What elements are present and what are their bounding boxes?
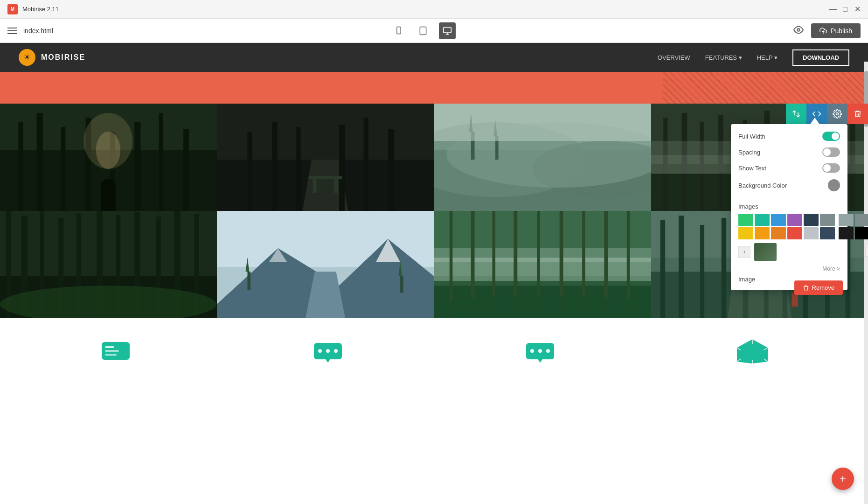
color-swatch[interactable] bbox=[755, 214, 770, 226]
svg-rect-30 bbox=[388, 129, 394, 211]
delete-button[interactable] bbox=[847, 104, 868, 124]
app-title: Mobirise 2.11 bbox=[22, 6, 59, 13]
color-swatch[interactable] bbox=[738, 214, 753, 226]
bg-color-row: Background Color bbox=[738, 179, 840, 191]
svg-point-19 bbox=[96, 132, 120, 169]
gallery-cell-1 bbox=[0, 104, 217, 211]
close-button[interactable]: ✕ bbox=[854, 6, 861, 13]
svg-rect-11 bbox=[37, 113, 43, 211]
publish-button[interactable]: Publish bbox=[811, 23, 861, 38]
color-swatch[interactable] bbox=[771, 214, 786, 226]
remove-label: Remove bbox=[812, 284, 834, 291]
color-swatch[interactable] bbox=[738, 227, 753, 239]
minimize-button[interactable]: — bbox=[830, 6, 836, 13]
spacing-toggle[interactable] bbox=[822, 147, 840, 157]
images-section-label: Images bbox=[738, 203, 840, 210]
color-preview-thumb bbox=[754, 243, 777, 261]
svg-rect-43 bbox=[434, 104, 651, 141]
remove-button[interactable]: Remove bbox=[794, 280, 843, 295]
show-text-row: Show Text bbox=[738, 163, 840, 173]
svg-rect-115 bbox=[105, 350, 119, 352]
svg-point-137 bbox=[836, 113, 839, 115]
nav-download-button[interactable]: DOWNLOAD bbox=[792, 49, 849, 66]
window-controls: — □ ✕ bbox=[830, 6, 861, 13]
svg-rect-2 bbox=[420, 27, 426, 35]
icon-block-3 bbox=[524, 339, 556, 363]
color-swatch[interactable] bbox=[839, 214, 854, 226]
svg-rect-25 bbox=[248, 132, 252, 211]
gallery-image-2 bbox=[217, 104, 434, 211]
mobile-view-button[interactable] bbox=[390, 22, 407, 39]
show-text-knob bbox=[823, 164, 831, 172]
gallery-cell-2 bbox=[217, 104, 434, 211]
full-width-toggle[interactable] bbox=[822, 132, 840, 141]
nav-features[interactable]: FEATURES ▾ bbox=[705, 54, 742, 61]
color-swatch[interactable] bbox=[804, 214, 819, 226]
app-logo: M bbox=[7, 4, 18, 14]
gallery-cell-7 bbox=[434, 211, 651, 318]
svg-point-125 bbox=[546, 349, 550, 353]
color-palette-2 bbox=[839, 214, 868, 239]
scrollbar-track[interactable] bbox=[864, 62, 868, 504]
maximize-button[interactable]: □ bbox=[842, 6, 848, 13]
tablet-view-button[interactable] bbox=[415, 22, 431, 39]
toolbar-right: Publish bbox=[793, 23, 861, 38]
menu-button[interactable] bbox=[7, 28, 17, 34]
spacing-row: Spacing bbox=[738, 147, 840, 157]
show-text-toggle[interactable] bbox=[822, 163, 840, 173]
color-swatch[interactable] bbox=[820, 227, 835, 239]
svg-rect-104 bbox=[721, 218, 726, 318]
svg-rect-26 bbox=[272, 122, 278, 211]
color-swatch[interactable] bbox=[755, 227, 770, 239]
panel-arrow bbox=[810, 118, 819, 124]
preview-button[interactable] bbox=[793, 25, 804, 37]
color-prev-button[interactable]: ‹ bbox=[738, 246, 750, 258]
more-colors-link[interactable]: More > bbox=[738, 266, 840, 272]
svg-point-120 bbox=[334, 349, 338, 353]
orange-stripe-pattern bbox=[663, 72, 868, 104]
file-name: index.html bbox=[23, 27, 53, 35]
color-hex-value[interactable]: #553982 bbox=[865, 244, 868, 257]
website-frame: MOBIRISE OVERVIEW FEATURES ▾ HELP ▾ DOWN… bbox=[0, 43, 868, 504]
svg-point-123 bbox=[530, 349, 534, 353]
gallery-image-1 bbox=[0, 104, 217, 211]
svg-rect-10 bbox=[18, 122, 23, 211]
divider-1 bbox=[738, 198, 840, 198]
toolbar-left: index.html bbox=[7, 27, 53, 35]
svg-rect-0 bbox=[397, 27, 401, 34]
svg-point-6 bbox=[797, 28, 800, 31]
rearrange-button[interactable] bbox=[786, 104, 806, 124]
svg-rect-114 bbox=[105, 346, 114, 348]
color-swatch[interactable] bbox=[804, 227, 819, 239]
color-swatch[interactable] bbox=[855, 214, 868, 226]
color-swatch[interactable] bbox=[855, 227, 868, 239]
spacing-knob bbox=[823, 148, 831, 156]
svg-rect-31 bbox=[309, 176, 342, 179]
nav-overview[interactable]: OVERVIEW bbox=[658, 54, 690, 61]
block-toolbar bbox=[786, 104, 868, 124]
add-section-button[interactable]: + bbox=[832, 468, 854, 490]
title-bar: M Mobirise 2.11 — □ ✕ bbox=[0, 0, 868, 19]
bg-color-swatch[interactable] bbox=[828, 179, 840, 191]
show-text-label: Show Text bbox=[738, 165, 766, 172]
color-swatch[interactable] bbox=[771, 227, 786, 239]
desktop-view-button[interactable] bbox=[439, 22, 456, 39]
svg-point-124 bbox=[538, 349, 542, 353]
svg-rect-12 bbox=[61, 127, 65, 211]
publish-label: Publish bbox=[831, 27, 852, 35]
svg-rect-102 bbox=[679, 216, 684, 318]
svg-marker-126 bbox=[538, 359, 542, 363]
svg-rect-16 bbox=[159, 113, 163, 211]
color-swatch[interactable] bbox=[839, 227, 854, 239]
nav-help[interactable]: HELP ▾ bbox=[757, 54, 778, 61]
settings-button[interactable] bbox=[827, 104, 847, 124]
svg-rect-32 bbox=[313, 179, 317, 193]
full-width-label: Full Width bbox=[738, 133, 765, 140]
svg-rect-27 bbox=[297, 127, 301, 211]
color-swatch[interactable] bbox=[820, 214, 835, 226]
site-nav: MOBIRISE OVERVIEW FEATURES ▾ HELP ▾ DOWN… bbox=[0, 43, 868, 72]
color-swatch[interactable] bbox=[787, 227, 802, 239]
gallery-image-3 bbox=[434, 104, 651, 211]
color-swatch[interactable] bbox=[787, 214, 802, 226]
svg-rect-17 bbox=[183, 129, 189, 211]
